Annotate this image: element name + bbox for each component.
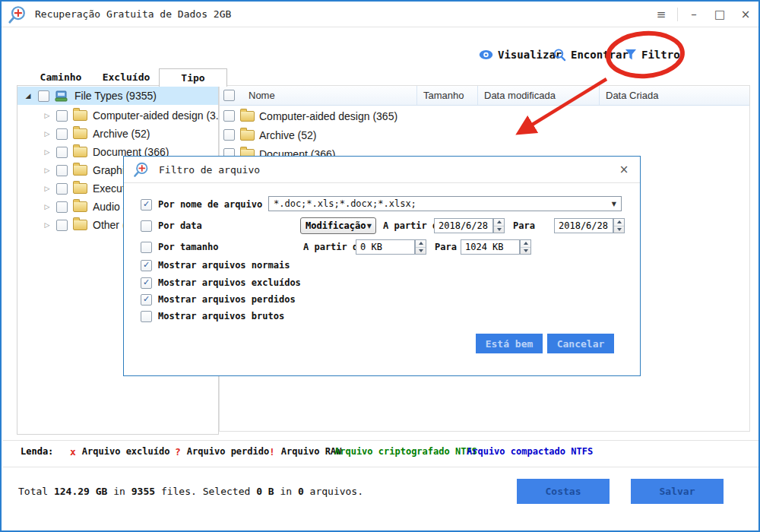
encontrar-button[interactable]: Encontrar <box>553 46 629 64</box>
check-icon: ✓ <box>143 295 150 303</box>
list-row-cad[interactable]: Computer-aided design (365) <box>220 106 749 125</box>
row-checkbox[interactable] <box>223 129 235 141</box>
tree-root-row[interactable]: ◢ File Types (9355) <box>17 87 218 105</box>
filtro-button[interactable]: Filtro <box>625 46 680 64</box>
folder-icon <box>240 130 255 141</box>
show-perdidos-checkbox[interactable]: ✓ <box>141 294 152 306</box>
column-data-criada[interactable]: Data Criada <box>606 86 658 105</box>
status-selected-size: 0 B <box>256 486 274 497</box>
tree-item-checkbox[interactable] <box>56 183 68 195</box>
name-filter-checkbox[interactable]: ✓ <box>141 199 152 211</box>
dialog-header: Filtro de arquivo × <box>124 157 640 183</box>
column-data-modificada[interactable]: Data modificada <box>484 86 556 105</box>
check-icon: ✓ <box>143 278 150 287</box>
save-button[interactable]: Salvar <box>631 479 724 504</box>
menu-icon[interactable]: ≡ <box>648 2 674 27</box>
date-from-field[interactable]: 2018/6/28 <box>434 218 493 233</box>
status-total-size: 124.29 GB <box>54 486 107 497</box>
size-filter-label: Por tamanho <box>158 242 218 252</box>
size-to-value: 1024 KB <box>465 242 504 252</box>
collapse-icon[interactable]: ▷ <box>43 148 52 156</box>
dialog-close-icon[interactable]: × <box>616 161 632 178</box>
expand-icon[interactable]: ◢ <box>24 92 33 100</box>
spin-down-icon[interactable] <box>416 248 426 255</box>
list-header: Nome Tamanho Data modificada Data Criada <box>220 86 749 106</box>
back-button[interactable]: Costas <box>517 479 610 504</box>
show-brutos-checkbox[interactable] <box>141 311 152 322</box>
tree-root-label: File Types (9355) <box>74 90 157 102</box>
spin-down-icon[interactable] <box>494 226 504 233</box>
size-filter-checkbox[interactable] <box>141 242 152 253</box>
tree-root-checkbox[interactable] <box>38 90 49 102</box>
tree-item-checkbox[interactable] <box>56 165 68 176</box>
column-tamanho[interactable]: Tamanho <box>423 86 464 105</box>
size-from-spinner[interactable] <box>415 239 426 255</box>
row-name: Computer-aided design (365) <box>259 110 397 122</box>
collapse-icon[interactable]: ▷ <box>43 112 52 119</box>
toolbar: Visualizar Encontrar Filtro <box>2 46 758 65</box>
date-to-spinner[interactable] <box>613 218 625 233</box>
row-checkbox[interactable] <box>223 110 235 122</box>
tree-item-checkbox[interactable] <box>56 201 68 213</box>
row-name: Archive (52) <box>259 129 316 141</box>
legend-item-criptografado: Arquivo criptografado NTFS <box>334 445 477 458</box>
visualizar-button[interactable]: Visualizar <box>479 46 562 64</box>
tree-item-checkbox[interactable] <box>56 110 68 122</box>
status-summary: Total 124.29 GB in 9355 files. Selected … <box>18 486 363 497</box>
cancel-button[interactable]: Cancelar <box>547 334 614 353</box>
status-total-word: Total <box>18 486 48 497</box>
size-to-field[interactable]: 1024 KB <box>461 239 520 255</box>
collapse-icon[interactable]: ▷ <box>43 185 52 192</box>
select-all-checkbox[interactable] <box>223 90 235 101</box>
spin-down-icon[interactable] <box>521 248 530 255</box>
date-mode-dropdown[interactable]: Modificação ▼ <box>300 217 376 234</box>
list-row-archive[interactable]: Archive (52) <box>220 125 749 144</box>
collapse-icon[interactable]: ▷ <box>43 130 52 138</box>
dialog-logo-icon <box>133 161 150 178</box>
size-to-spinner[interactable] <box>520 239 531 255</box>
tree-item-archive[interactable]: ▷ Archive (52) <box>17 125 218 143</box>
spin-down-icon[interactable] <box>614 226 624 233</box>
minimize-icon[interactable]: – <box>681 2 707 27</box>
date-to-field[interactable]: 2018/6/28 <box>554 218 613 233</box>
folder-icon <box>73 201 87 212</box>
column-divider[interactable] <box>416 86 417 105</box>
spin-up-icon[interactable] <box>416 240 426 248</box>
collapse-icon[interactable]: ▷ <box>43 166 52 174</box>
size-filter-row: Por tamanho <box>141 239 218 255</box>
tab-tipo[interactable]: Tipo <box>159 68 227 87</box>
tree-item-checkbox[interactable] <box>56 128 68 140</box>
chevron-down-icon: ▼ <box>612 201 616 207</box>
ok-button[interactable]: Está bem <box>476 334 543 353</box>
tree-item-checkbox[interactable] <box>56 147 68 158</box>
file-types-icon <box>55 90 69 102</box>
status-divider <box>3 467 758 467</box>
size-to-label: Para <box>435 242 457 252</box>
show-normais-checkbox[interactable]: ✓ <box>141 260 152 271</box>
column-nome[interactable]: Nome <box>249 86 275 105</box>
tree-item-cad[interactable]: ▷ Computer-aided design (3... <box>17 106 218 125</box>
app-window: Recuperação Gratuita de Dados 2GB ≡ – □ … <box>0 0 760 532</box>
show-brutos-row: Mostrar arquivos brutos <box>141 308 284 325</box>
date-filter-checkbox[interactable] <box>141 220 152 232</box>
extension-combobox[interactable]: *.doc;*.xls;*.docx;*.xlsx; ▼ <box>268 196 622 211</box>
tree-item-checkbox[interactable] <box>56 220 68 231</box>
show-excluidos-checkbox[interactable]: ✓ <box>141 277 152 289</box>
spin-up-icon[interactable] <box>614 219 624 226</box>
size-from-value: 0 KB <box>360 242 382 252</box>
app-logo-icon <box>8 5 27 24</box>
size-from-field[interactable]: 0 KB <box>356 239 415 255</box>
legend-title: Lenda: <box>21 445 53 458</box>
date-from-spinner[interactable] <box>493 218 505 233</box>
spin-up-icon[interactable] <box>494 219 504 226</box>
spin-up-icon[interactable] <box>521 240 530 248</box>
close-icon[interactable]: × <box>733 2 758 27</box>
collapse-icon[interactable]: ▷ <box>43 203 52 211</box>
column-divider[interactable] <box>599 86 600 105</box>
maximize-icon[interactable]: □ <box>707 2 733 27</box>
collapse-icon[interactable]: ▷ <box>43 221 52 229</box>
legend-item-perdido: ? Arquivo perdido <box>175 445 269 458</box>
column-divider[interactable] <box>477 86 478 105</box>
tab-excluido[interactable]: Excluído <box>93 68 159 86</box>
tab-caminho[interactable]: Caminho <box>28 68 93 86</box>
